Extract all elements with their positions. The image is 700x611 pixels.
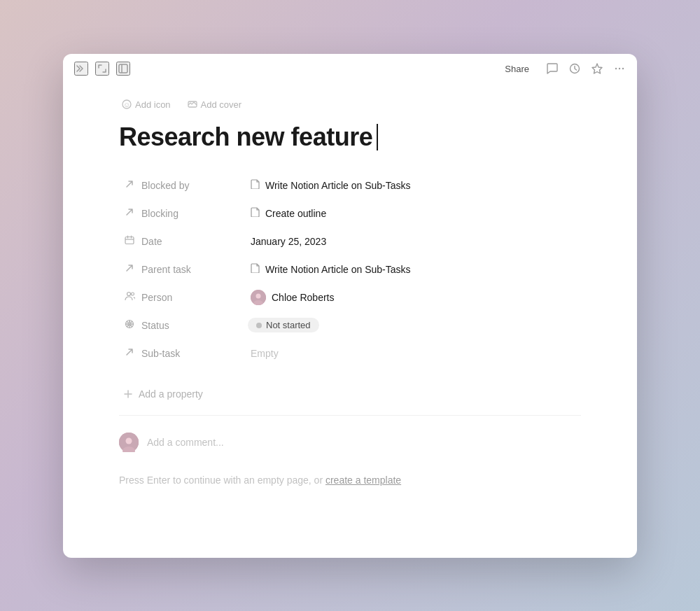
svg-point-15	[131, 293, 134, 295]
status-badge[interactable]: Not started	[248, 318, 319, 332]
status-label[interactable]: Status	[119, 316, 245, 334]
svg-point-14	[127, 293, 130, 296]
history-icon[interactable]	[568, 62, 581, 75]
sidebar-toggle-button[interactable]	[116, 62, 130, 76]
main-window: Share	[63, 54, 637, 558]
title-bar-left	[74, 62, 130, 76]
arrow-up-right-icon-4	[123, 347, 136, 359]
add-property-label: Add a property	[139, 388, 203, 400]
svg-point-6	[622, 68, 624, 69]
add-icon-label: Add icon	[135, 99, 171, 110]
person-avatar	[251, 290, 266, 305]
person-label[interactable]: Person	[119, 288, 245, 306]
svg-rect-9	[188, 101, 197, 107]
doc-icon-3	[251, 263, 260, 275]
add-property-button[interactable]: Add a property	[119, 384, 207, 404]
svg-line-29	[131, 322, 132, 323]
title-bar-right: Share	[498, 61, 626, 77]
comment-input[interactable]: Add a comment...	[147, 437, 224, 448]
person-value[interactable]: Chloe Roberts	[245, 287, 581, 308]
date-text: Date	[141, 236, 162, 247]
svg-rect-10	[125, 237, 134, 244]
doc-icon-1	[251, 179, 260, 191]
svg-line-30	[127, 325, 129, 327]
top-actions: ☺ Add icon Add cover	[119, 98, 581, 111]
status-icon	[123, 319, 136, 331]
parent-task-value[interactable]: Write Notion Article on Sub-Tasks	[245, 260, 581, 278]
collapse-sidebar-button[interactable]	[74, 62, 88, 76]
comment-user-avatar	[119, 433, 139, 452]
text-cursor	[377, 124, 378, 150]
blocking-value[interactable]: Create outline	[245, 204, 581, 222]
expand-icon-button[interactable]	[95, 62, 109, 76]
sub-task-value[interactable]: Empty	[245, 345, 581, 362]
property-row-person: Person Chloe Roberts	[119, 283, 581, 311]
parent-task-text: Parent task	[141, 264, 191, 275]
page-content: ☺ Add icon Add cover Research new featur…	[63, 84, 637, 558]
svg-point-4	[615, 68, 617, 69]
date-value[interactable]: January 25, 2023	[245, 233, 581, 250]
doc-icon-2	[251, 207, 260, 219]
status-text: Status	[141, 320, 169, 331]
svg-point-5	[619, 68, 620, 69]
blocking-label[interactable]: Blocking	[119, 204, 245, 222]
svg-point-17	[256, 293, 261, 298]
arrow-up-right-icon-3	[123, 263, 136, 275]
comment-icon[interactable]	[546, 62, 559, 75]
arrow-up-right-icon-2	[123, 207, 136, 219]
svg-marker-3	[592, 64, 602, 73]
properties-list: Blocked by Write Notion Article on Sub-T…	[119, 171, 581, 367]
title-bar: Share	[63, 54, 637, 84]
sub-task-text: Sub-task	[141, 348, 180, 359]
sub-task-label[interactable]: Sub-task	[119, 344, 245, 362]
comment-area: Add a comment...	[119, 427, 581, 458]
add-icon-button[interactable]: ☺ Add icon	[119, 98, 174, 111]
add-cover-label: Add cover	[201, 99, 242, 110]
property-row-status: Status Not started	[119, 311, 581, 339]
footer-hint: Press Enter to continue with an empty pa…	[119, 472, 581, 489]
calendar-icon	[123, 235, 136, 247]
people-icon	[123, 291, 136, 303]
status-dot	[256, 323, 262, 328]
property-row-parent-task: Parent task Write Notion Article on Sub-…	[119, 255, 581, 283]
blocked-by-value[interactable]: Write Notion Article on Sub-Tasks	[245, 176, 581, 194]
blocked-by-label[interactable]: Blocked by	[119, 176, 245, 194]
blocking-text: Blocking	[141, 208, 178, 219]
svg-line-28	[131, 325, 132, 327]
property-row-sub-task: Sub-task Empty	[119, 339, 581, 367]
create-template-link[interactable]: create a template	[326, 475, 401, 486]
person-text: Person	[141, 292, 172, 303]
blocked-by-text: Blocked by	[141, 180, 189, 191]
parent-task-label[interactable]: Parent task	[119, 260, 245, 278]
svg-rect-0	[119, 64, 127, 73]
svg-line-27	[127, 322, 129, 323]
page-title[interactable]: Research new feature	[119, 122, 581, 152]
star-icon[interactable]	[591, 62, 603, 75]
section-divider	[119, 415, 581, 416]
status-value[interactable]: Not started	[245, 315, 581, 335]
svg-text:☺: ☺	[123, 101, 130, 108]
share-button[interactable]: Share	[498, 61, 536, 77]
more-options-icon[interactable]	[613, 62, 626, 75]
svg-point-34	[126, 437, 132, 444]
date-label[interactable]: Date	[119, 232, 245, 250]
property-row-blocked-by: Blocked by Write Notion Article on Sub-T…	[119, 171, 581, 199]
property-row-blocking: Blocking Create outline	[119, 199, 581, 227]
property-row-date: Date January 25, 2023	[119, 227, 581, 255]
arrow-up-right-icon-1	[123, 179, 136, 191]
add-cover-button[interactable]: Add cover	[185, 98, 245, 111]
